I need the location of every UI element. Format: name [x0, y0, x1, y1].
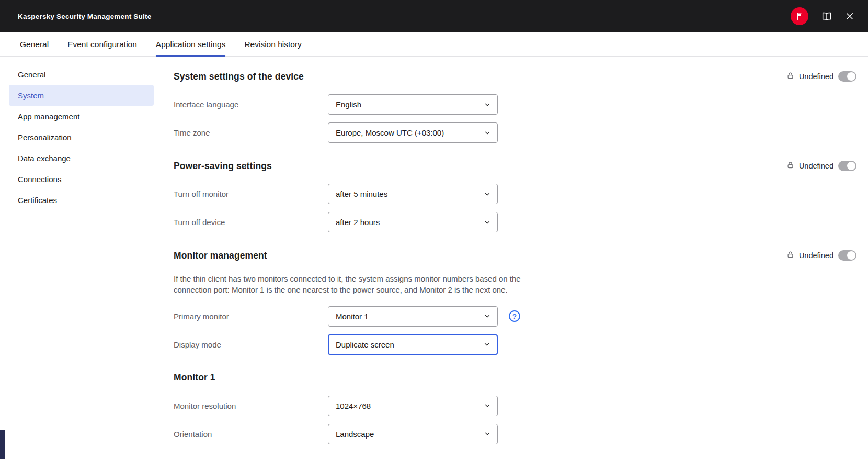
help-icon[interactable]: ? [508, 310, 521, 322]
sidebar-item-app-management[interactable]: App management [9, 106, 154, 127]
book-icon[interactable] [821, 10, 832, 22]
selected-value: Monitor 1 [336, 312, 369, 321]
display-mode-select[interactable]: Duplicate screen [328, 334, 498, 355]
chevron-down-icon [484, 219, 491, 226]
selected-value: after 2 hours [336, 218, 380, 227]
section-title: Power-saving settings [174, 161, 272, 172]
sidebar: General System App management Personaliz… [0, 57, 157, 459]
selected-value: 1024×768 [336, 401, 371, 410]
sidebar-item-connections[interactable]: Connections [9, 169, 154, 189]
selected-value: Landscape [336, 430, 374, 439]
tab-event-configuration[interactable]: Event configuration [67, 32, 137, 56]
undefined-toggle[interactable] [838, 161, 856, 171]
window-title: Kaspersky Security Management Suite [18, 13, 151, 20]
undefined-toggle-group: Undefined [786, 71, 856, 82]
interface-language-select[interactable]: English [328, 94, 498, 115]
lock-icon [786, 251, 794, 261]
field-label: Orientation [174, 430, 328, 439]
section-title: Monitor management [174, 250, 267, 261]
chevron-down-icon [484, 101, 491, 108]
selected-value: Europe, Moscow UTC (+03:00) [336, 128, 444, 137]
field-label: Time zone [174, 128, 328, 137]
chevron-down-icon [484, 402, 491, 409]
field-label: Turn off monitor [174, 189, 328, 198]
selected-value: Duplicate screen [336, 340, 394, 349]
selected-value: English [336, 100, 361, 109]
lock-label: Undefined [799, 162, 833, 170]
scrollbar-thumb[interactable] [0, 430, 5, 459]
app-window: Kaspersky Security Management Suite [0, 0, 868, 459]
lock-icon [786, 72, 794, 82]
turn-off-monitor-select[interactable]: after 5 minutes [328, 184, 498, 204]
turn-off-device-select[interactable]: after 2 hours [328, 212, 498, 232]
primary-monitor-select[interactable]: Monitor 1 [328, 306, 498, 327]
field-label: Display mode [174, 340, 328, 349]
section-power-saving: Power-saving settings Undefined Tur [174, 159, 856, 232]
selected-value: after 5 minutes [336, 189, 387, 198]
undefined-toggle[interactable] [838, 71, 856, 82]
section-system-settings: System settings of the device Undefined [174, 69, 856, 143]
lock-icon [786, 161, 794, 171]
tab-application-settings[interactable]: Application settings [156, 32, 226, 56]
window-titlebar: Kaspersky Security Management Suite [0, 0, 868, 32]
chevron-down-icon [484, 191, 491, 198]
toggle-knob [847, 251, 855, 260]
tab-bar: General Event configuration Application … [0, 32, 868, 57]
section-title: System settings of the device [174, 71, 304, 82]
chevron-down-icon [483, 341, 490, 348]
sidebar-item-certificates[interactable]: Certificates [9, 189, 154, 210]
undefined-toggle[interactable] [838, 250, 856, 261]
toggle-knob [847, 72, 855, 81]
svg-text:?: ? [512, 312, 517, 320]
monitor-resolution-select[interactable]: 1024×768 [328, 396, 498, 416]
undefined-toggle-group: Undefined [786, 161, 856, 171]
content-area: General System App management Personaliz… [0, 57, 868, 459]
monitor-management-description: If the thin client has two monitors conn… [174, 273, 525, 296]
lock-label: Undefined [799, 251, 833, 260]
section-title: Monitor 1 [174, 372, 215, 383]
chevron-down-icon [484, 430, 491, 438]
toggle-knob [847, 162, 855, 170]
titlebar-actions [791, 7, 854, 25]
tab-revision-history[interactable]: Revision history [244, 32, 301, 56]
section-monitor-1: Monitor 1 Monitor resolution 1024×768 Or… [174, 371, 856, 444]
lock-label: Undefined [799, 72, 833, 81]
sidebar-item-general[interactable]: General [9, 64, 154, 85]
time-zone-select[interactable]: Europe, Moscow UTC (+03:00) [328, 122, 498, 143]
settings-panel: System settings of the device Undefined [157, 57, 868, 459]
section-monitor-management: Monitor management Undefined If the thin… [174, 248, 856, 355]
field-label: Turn off device [174, 218, 328, 227]
undefined-toggle-group: Undefined [786, 250, 856, 261]
sidebar-item-system[interactable]: System [9, 85, 154, 106]
orientation-select[interactable]: Landscape [328, 424, 498, 444]
field-label: Primary monitor [174, 312, 328, 321]
field-label: Monitor resolution [174, 401, 328, 410]
field-label: Interface language [174, 100, 328, 109]
sidebar-item-data-exchange[interactable]: Data exchange [9, 148, 154, 169]
chevron-down-icon [484, 312, 491, 320]
flag-icon[interactable] [791, 7, 808, 25]
chevron-down-icon [484, 129, 491, 137]
close-icon[interactable] [845, 12, 854, 21]
sidebar-item-personalization[interactable]: Personalization [9, 127, 154, 148]
tab-general[interactable]: General [20, 32, 49, 56]
